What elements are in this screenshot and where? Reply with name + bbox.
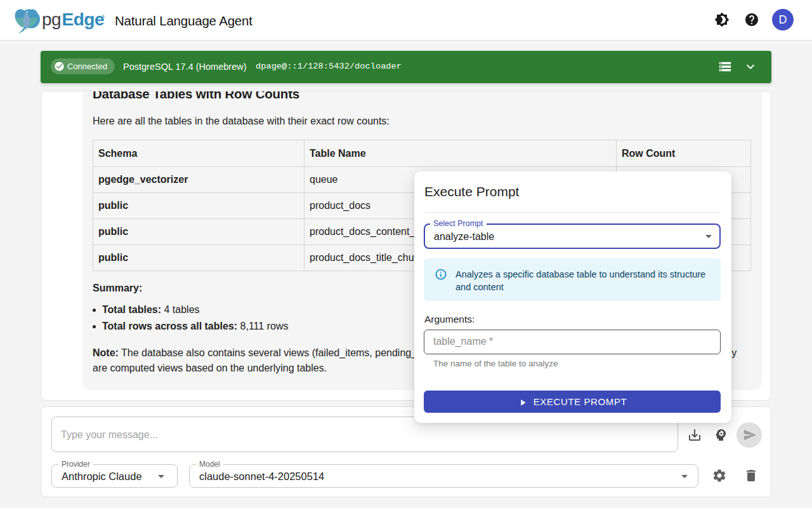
svg-text:pg: pg xyxy=(42,10,61,29)
svg-text:®: ® xyxy=(102,14,105,20)
svg-text:Edge: Edge xyxy=(62,10,104,29)
